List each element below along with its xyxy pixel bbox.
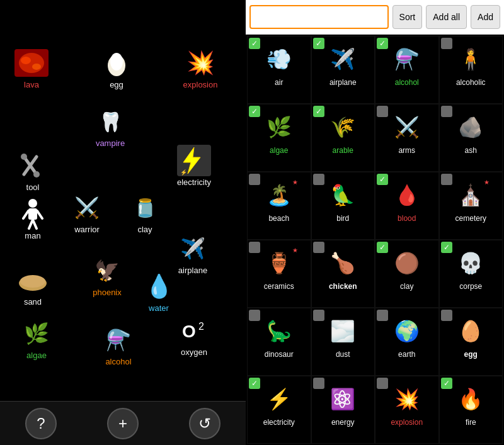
oxygen-icon: O 2 (175, 315, 213, 346)
grid-item-explosion[interactable]: 💥explosion (375, 376, 439, 444)
element-airplane-left[interactable]: ✈️ airplane (174, 233, 212, 275)
add-all-button[interactable]: Add all (426, 5, 467, 29)
checkmark-corpse[interactable]: ✓ (441, 242, 452, 253)
fire-grid-icon: 🔥 (450, 381, 491, 416)
grid-item-alcohol[interactable]: ✓⚗️alcohol (375, 36, 439, 104)
electricity-icon-left: ⚡ (175, 145, 213, 176)
egg-label: egg (110, 80, 123, 89)
grid-item-fire[interactable]: ✓🔥fire (439, 376, 503, 444)
checkmark-airplane[interactable]: ✓ (313, 38, 324, 49)
checkmark-alcoholic[interactable] (441, 38, 452, 49)
grid-item-bird[interactable]: 🦜bird (311, 172, 375, 240)
checkmark-clay[interactable]: ✓ (377, 242, 388, 253)
grid-item-algae[interactable]: ✓🌿algae (247, 104, 311, 172)
grid-item-egg[interactable]: 🥚egg (439, 308, 503, 376)
clay-grid-icon: 🟤 (387, 245, 427, 280)
grid-item-cemetery[interactable]: ⛪★cemetery (439, 172, 503, 240)
checkmark-ceramics[interactable] (249, 242, 260, 253)
element-oxygen[interactable]: O 2 oxygen (175, 315, 213, 357)
element-tool[interactable]: tool (14, 150, 52, 192)
checkmark-ash[interactable] (441, 106, 452, 117)
svg-rect-14 (28, 208, 37, 220)
grid-item-ash[interactable]: 🪨ash (439, 104, 503, 172)
star-badge-ceramics: ★ (292, 247, 298, 254)
grid-item-ceramics[interactable]: 🏺★ceramics (247, 240, 311, 308)
checkmark-alcohol[interactable]: ✓ (377, 38, 388, 49)
water-label: water (149, 303, 169, 313)
checkmark-egg[interactable] (441, 310, 452, 321)
grid-item-electricity[interactable]: ✓⚡electricity (247, 376, 311, 444)
man-label: man (25, 231, 40, 240)
grid-item-chicken[interactable]: 🍗chicken (311, 240, 375, 308)
checkmark-dust[interactable] (313, 310, 324, 321)
element-vampire[interactable]: 🦷 vampire (91, 106, 129, 148)
checkmark-bird[interactable] (313, 174, 324, 185)
element-algae-left[interactable]: 🌿 algae (18, 318, 55, 360)
checkmark-arms[interactable] (377, 106, 388, 117)
svg-point-20 (20, 275, 45, 288)
reset-button[interactable]: ↺ (189, 408, 220, 439)
element-phoenix[interactable]: 🦅 phoenix (88, 255, 126, 297)
element-electricity-left[interactable]: ⚡ electricity (175, 145, 213, 187)
checkmark-arable[interactable]: ✓ (313, 106, 324, 117)
grid-item-blood[interactable]: ✓🩸blood (375, 172, 439, 240)
sand-label: sand (24, 297, 42, 307)
explosion-label: explosion (183, 80, 218, 89)
checkmark-explosion[interactable] (377, 378, 388, 389)
checkmark-energy[interactable] (313, 378, 324, 389)
sort-button[interactable]: Sort (392, 5, 423, 29)
checkmark-dinosaur[interactable] (249, 310, 260, 321)
help-button[interactable]: ? (25, 408, 57, 439)
left-elements-area: lava egg 💥 explosion 🦷 vampire (0, 13, 246, 378)
element-egg[interactable]: egg (98, 47, 135, 89)
checkmark-blood[interactable]: ✓ (377, 174, 388, 185)
element-alcohol-left[interactable]: ⚗️ alcohol (100, 324, 137, 366)
air-grid-label: air (275, 78, 283, 87)
ash-grid-label: ash (465, 146, 477, 155)
grid-item-corpse[interactable]: ✓💀corpse (439, 240, 503, 308)
arable-grid-icon: 🌾 (323, 110, 363, 144)
svg-line-17 (23, 211, 28, 218)
grid-item-beach[interactable]: 🏝️★beach (247, 172, 311, 240)
grid-item-dinosaur[interactable]: 🦕dinosaur (247, 308, 311, 376)
element-lava[interactable]: lava (13, 47, 50, 89)
add-button-right[interactable]: Add (471, 5, 500, 29)
man-icon (14, 198, 52, 230)
grid-item-energy[interactable]: ⚛️energy (311, 376, 375, 444)
checkmark-beach[interactable] (249, 174, 260, 185)
checkmark-fire[interactable]: ✓ (441, 378, 452, 389)
clay-grid-label: clay (400, 282, 413, 291)
element-explosion[interactable]: 💥 explosion (181, 47, 219, 89)
clay-icon-left: 🫙 (126, 192, 164, 223)
search-input[interactable] (249, 5, 389, 29)
grid-item-alcoholic[interactable]: 🧍alcoholic (439, 36, 503, 104)
checkmark-chicken[interactable] (313, 242, 324, 253)
right-header: Sort Add all Add (246, 0, 504, 35)
grid-item-airplane[interactable]: ✓✈️airplane (311, 36, 375, 104)
alcohol-label-left: alcohol (105, 357, 131, 366)
algae-label-left: algae (26, 351, 47, 360)
grid-item-arable[interactable]: ✓🌾arable (311, 104, 375, 172)
grid-item-clay[interactable]: ✓🟤clay (375, 240, 439, 308)
element-clay-left[interactable]: 🫙 clay (126, 192, 164, 234)
checkmark-algae[interactable]: ✓ (249, 106, 260, 117)
checkmark-air[interactable]: ✓ (249, 38, 260, 49)
elements-grid: ✓💨air✓✈️airplane✓⚗️alcohol🧍alcoholic✓🌿al… (246, 35, 504, 445)
element-warrior[interactable]: ⚔️ warrior (68, 192, 106, 234)
checkmark-electricity[interactable]: ✓ (249, 378, 260, 389)
arms-grid-label: arms (398, 146, 415, 155)
checkmark-earth[interactable] (377, 310, 388, 321)
element-water[interactable]: 💧 water (140, 271, 178, 313)
chicken-grid-icon: 🍗 (323, 245, 363, 280)
element-man[interactable]: man (14, 198, 52, 240)
sand-icon (14, 264, 52, 296)
grid-item-arms[interactable]: ⚔️arms (375, 104, 439, 172)
ash-grid-icon: 🪨 (450, 110, 491, 144)
checkmark-cemetery[interactable] (441, 174, 452, 185)
grid-item-air[interactable]: ✓💨air (247, 36, 311, 104)
grid-item-earth[interactable]: 🌍earth (375, 308, 439, 376)
grid-item-dust[interactable]: 🌫️dust (311, 308, 375, 376)
add-button[interactable]: + (107, 408, 139, 439)
element-sand[interactable]: sand (14, 264, 52, 307)
svg-line-18 (37, 211, 42, 218)
